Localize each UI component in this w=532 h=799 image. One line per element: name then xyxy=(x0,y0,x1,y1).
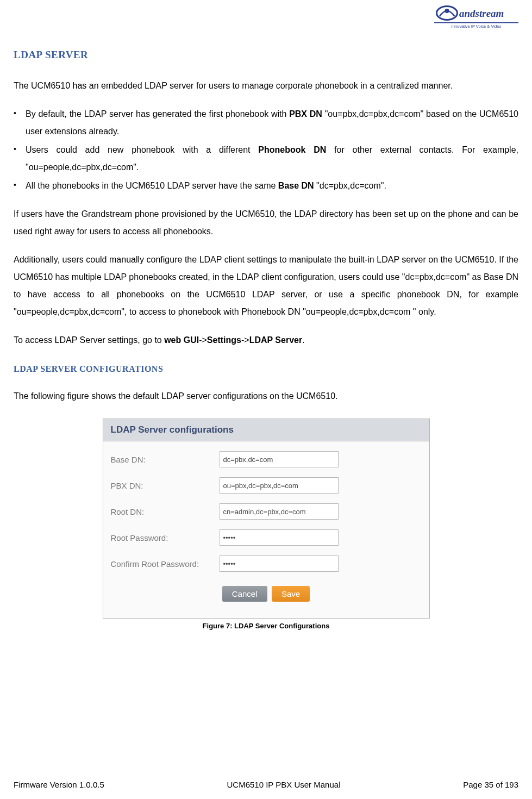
save-button[interactable]: Save xyxy=(272,586,310,602)
config-row-pbx-dn: PBX DN: xyxy=(111,477,422,494)
list-item: Users could add new phonebook with a dif… xyxy=(26,141,518,176)
nav-prefix: To access LDAP Server settings, go to xyxy=(14,335,164,345)
footer-firmware: Firmware Version 1.0.0.5 xyxy=(14,780,104,789)
bullet-list: By default, the LDAP server has generate… xyxy=(14,105,518,195)
svg-point-1 xyxy=(445,9,449,13)
confirm-password-label: Confirm Root Password: xyxy=(111,559,220,569)
footer-manual-title: UCM6510 IP PBX User Manual xyxy=(227,780,341,789)
base-dn-label: Base DN: xyxy=(111,455,220,464)
root-password-input[interactable] xyxy=(220,529,339,546)
additionally-paragraph: Additionally, users could manually confi… xyxy=(14,251,518,321)
provisioned-paragraph: If users have the Grandstream phone prov… xyxy=(14,205,518,240)
ldap-config-panel: LDAP Server configurations Base DN: PBX … xyxy=(103,419,430,619)
page-footer: Firmware Version 1.0.0.5 UCM6510 IP PBX … xyxy=(14,780,518,789)
confirm-password-input[interactable] xyxy=(220,555,339,572)
bullet-text-mid: "dc=pbx,dc=com". xyxy=(314,181,386,190)
bullet-text-pre: Users could add new phonebook with a dif… xyxy=(26,145,258,154)
nav-path-paragraph: To access LDAP Server settings, go to we… xyxy=(14,332,518,349)
bullet-text-pre: All the phonebooks in the UCM6510 LDAP s… xyxy=(26,181,278,190)
root-dn-label: Root DN: xyxy=(111,507,220,516)
config-row-root-dn: Root DN: xyxy=(111,503,422,520)
base-dn-input[interactable] xyxy=(220,451,339,467)
cancel-button[interactable]: Cancel xyxy=(222,586,267,602)
list-item: All the phonebooks in the UCM6510 LDAP s… xyxy=(26,177,518,195)
nav-ldap-server: LDAP Server xyxy=(249,335,303,345)
brand-logo: andstream Innovative IP Voice & Video xyxy=(434,3,518,32)
svg-text:andstream: andstream xyxy=(459,8,504,19)
intro-paragraph: The UCM6510 has an embedded LDAP server … xyxy=(14,77,518,95)
root-dn-input[interactable] xyxy=(220,503,339,520)
bullet-text-bold: PBX DN xyxy=(289,109,322,118)
nav-arrow: -> xyxy=(241,335,249,345)
bullet-text-bold: Phonebook DN xyxy=(258,145,326,154)
nav-settings: Settings xyxy=(207,335,241,345)
svg-text:Innovative IP Voice & Video: Innovative IP Voice & Video xyxy=(452,24,502,29)
nav-suffix: . xyxy=(302,335,304,345)
root-password-label: Root Password: xyxy=(111,533,220,542)
following-figure-paragraph: The following figure shows the default L… xyxy=(14,388,518,405)
pbx-dn-input[interactable] xyxy=(220,477,339,494)
grandstream-logo-icon: andstream Innovative IP Voice & Video xyxy=(434,3,518,30)
heading-ldap-configurations: LDAP SERVER CONFIGURATIONS xyxy=(14,364,518,374)
config-row-confirm-password: Confirm Root Password: xyxy=(111,555,422,572)
pbx-dn-label: PBX DN: xyxy=(111,481,220,490)
list-item: By default, the LDAP server has generate… xyxy=(26,105,518,140)
config-row-base-dn: Base DN: xyxy=(111,451,422,467)
figure-caption: Figure 7: LDAP Server Configurations xyxy=(14,622,518,630)
bullet-text-pre: By default, the LDAP server has generate… xyxy=(26,109,289,118)
svg-rect-3 xyxy=(434,22,518,23)
config-row-root-password: Root Password: xyxy=(111,529,422,546)
nav-arrow: -> xyxy=(199,335,207,345)
config-panel-title: LDAP Server configurations xyxy=(103,419,429,441)
footer-page-number: Page 35 of 193 xyxy=(463,780,518,789)
heading-ldap-server: LDAP SERVER xyxy=(14,49,518,61)
nav-web-gui: web GUI xyxy=(164,335,199,345)
bullet-text-bold: Base DN xyxy=(278,181,314,190)
